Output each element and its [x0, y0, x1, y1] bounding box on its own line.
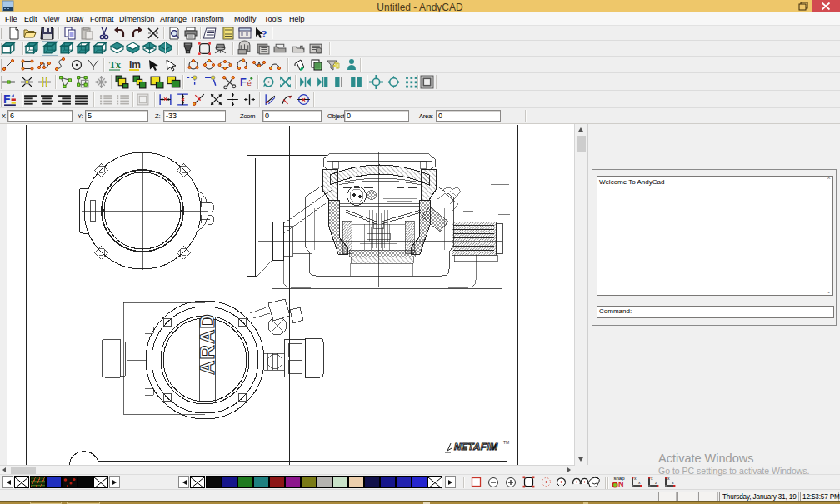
svg-text:x: x: [638, 480, 641, 485]
svg-text:Tx: Tx: [109, 59, 121, 71]
svg-text:?: ?: [262, 27, 268, 40]
svg-text:F: F: [240, 76, 247, 88]
svg-text:ARAD: ARAD: [196, 313, 218, 375]
svg-text:x: x: [634, 476, 637, 481]
svg-text:TM: TM: [503, 440, 509, 445]
svg-text:s: s: [672, 480, 674, 485]
svg-text:x: x: [651, 476, 653, 481]
svg-text:NETAFIM: NETAFIM: [454, 442, 498, 452]
svg-text:x: x: [668, 476, 670, 481]
svg-text:z: z: [655, 480, 658, 485]
svg-text:F: F: [3, 92, 10, 106]
svg-text:Im: Im: [129, 59, 141, 71]
